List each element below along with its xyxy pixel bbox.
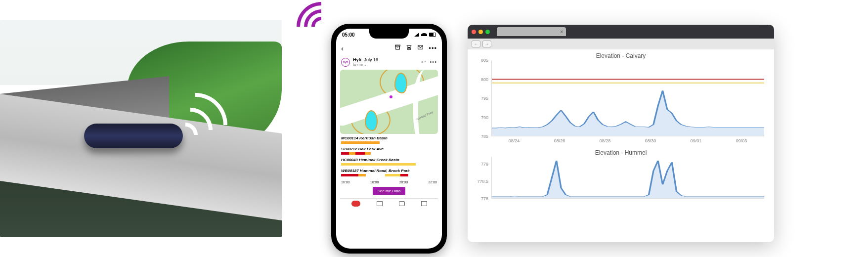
plot-area[interactable] (491, 60, 764, 136)
site-title: MC00114 Kerriush Basin (341, 136, 437, 140)
to-line[interactable]: to me (353, 62, 363, 67)
sender-name[interactable]: Hyfi (353, 57, 361, 62)
site-row[interactable]: WB00187 Hummel Road, Brook Park (341, 169, 437, 176)
map-marker-icon (390, 95, 392, 98)
y-tick: 795 (475, 96, 488, 101)
x-tick: 08/30 (645, 138, 656, 143)
bar-segment (366, 174, 385, 176)
x-tick: 09/01 (691, 138, 702, 143)
y-tick: 805 (475, 58, 488, 63)
bottom-tabbar (336, 199, 442, 209)
phone-mockup: 05:00 ‹ ••• (331, 24, 447, 254)
traffic-lights (472, 30, 490, 34)
time-tick: 22:00 (428, 180, 437, 184)
chart-hummel: Elevation - Hummel 778778.5779 (475, 149, 767, 207)
time-tick: 16:00 (341, 180, 350, 184)
tab-icon[interactable] (377, 201, 383, 206)
lake (394, 73, 407, 93)
phone-notch (369, 29, 409, 39)
y-tick: 790 (475, 115, 488, 120)
see-data-button[interactable]: See the Data (373, 187, 406, 195)
y-tick: 779 (475, 162, 488, 167)
bar-segment (400, 174, 408, 176)
chevron-down-icon[interactable]: ⌄ (364, 63, 367, 66)
close-icon[interactable] (472, 30, 476, 34)
x-tick: 08/26 (554, 138, 565, 143)
browser-tabstrip: × (468, 25, 774, 39)
chart-title: Elevation - Calvary (475, 52, 767, 59)
site-row[interactable]: MC00114 Kerriush Basin (341, 136, 437, 144)
site-title: HC00043 Hemlock Creek Basin (341, 158, 437, 162)
sender-avatar: hyfi (341, 58, 350, 67)
status-time: 05:00 (342, 32, 355, 38)
more-icon[interactable]: ••• (430, 59, 437, 65)
back-button[interactable]: ‹ (341, 44, 344, 52)
email-header: hyfi Hyfi July 16 to me ⌄ ↩ ••• (336, 55, 442, 69)
trash-icon[interactable] (406, 44, 412, 52)
mail-toolbar: ‹ ••• (336, 41, 442, 55)
email-date: July 16 (364, 57, 379, 62)
archive-icon[interactable] (394, 44, 401, 52)
bar-segment (341, 152, 349, 155)
tab-close-icon[interactable]: × (560, 29, 563, 35)
bar-segment (358, 174, 366, 176)
status-bar-row (341, 174, 437, 176)
x-tick: 09/03 (736, 138, 747, 143)
site-title: WB00187 Hummel Road, Brook Park (341, 169, 437, 173)
forward-button[interactable]: → (482, 41, 491, 47)
lake (365, 110, 378, 131)
cell-icon (414, 33, 419, 37)
tab-icon[interactable] (421, 201, 427, 206)
reply-icon[interactable]: ↩ (421, 59, 426, 65)
more-icon[interactable]: ••• (429, 44, 437, 52)
bar-segment (341, 174, 358, 176)
browser-tab[interactable]: × (497, 27, 566, 36)
browser-navbar: ← → (468, 39, 774, 49)
svg-rect-1 (396, 46, 400, 49)
site-row[interactable]: HC00043 Hemlock Creek Basin (341, 158, 437, 166)
site-list: MC00114 Kerriush BasinST00212 Oak Park A… (336, 136, 442, 179)
bar-segment (349, 152, 356, 155)
status-bar-row (341, 141, 437, 144)
back-button[interactable]: ← (472, 41, 480, 47)
plot-area[interactable] (491, 157, 764, 199)
tab-icon[interactable] (399, 201, 405, 206)
charts-container: Elevation - Calvary 785790795800805 08/2… (468, 49, 774, 214)
bar-segment (365, 152, 371, 155)
road-path (413, 70, 438, 134)
x-axis: 08/2408/2608/2808/3009/0109/03 (491, 137, 764, 144)
y-tick: 778 (475, 196, 488, 201)
bar-segment (355, 152, 365, 155)
time-axis: 16:0018:0020:0022:00 (341, 180, 437, 184)
y-tick: 785 (475, 134, 488, 139)
browser-window: × ← → Elevation - Calvary 78579079580080… (468, 25, 774, 242)
time-tick: 18:00 (370, 180, 379, 184)
bar-segment (385, 174, 400, 176)
chart-calvary: Elevation - Calvary 785790795800805 08/2… (475, 52, 767, 144)
time-tick: 20:00 (399, 180, 408, 184)
battery-icon (429, 33, 436, 37)
site-row[interactable]: ST00212 Oak Park Ave (341, 147, 437, 155)
y-tick: 778.5 (475, 179, 488, 184)
bar-segment (341, 163, 416, 166)
phone-screen: 05:00 ‹ ••• (336, 29, 442, 249)
bar-segment (341, 141, 380, 144)
site-title: ST00212 Oak Park Ave (341, 147, 437, 151)
envelope-icon[interactable] (417, 44, 424, 52)
inbox-badge[interactable] (351, 201, 360, 207)
site-map[interactable]: Garfield Pkwy (340, 70, 438, 134)
status-bar-row (341, 163, 437, 166)
x-axis (491, 200, 764, 207)
y-tick: 800 (475, 77, 488, 82)
wifi-icon (421, 33, 427, 36)
status-bar-row (341, 152, 437, 155)
chart-title: Elevation - Hummel (475, 149, 767, 156)
y-axis: 785790795800805 (475, 60, 489, 136)
y-axis: 778778.5779 (475, 157, 489, 199)
x-tick: 08/24 (509, 138, 520, 143)
minimize-icon[interactable] (478, 30, 483, 34)
sensor-bridge-photo (0, 20, 282, 237)
maximize-icon[interactable] (485, 30, 490, 34)
x-tick: 08/28 (600, 138, 611, 143)
